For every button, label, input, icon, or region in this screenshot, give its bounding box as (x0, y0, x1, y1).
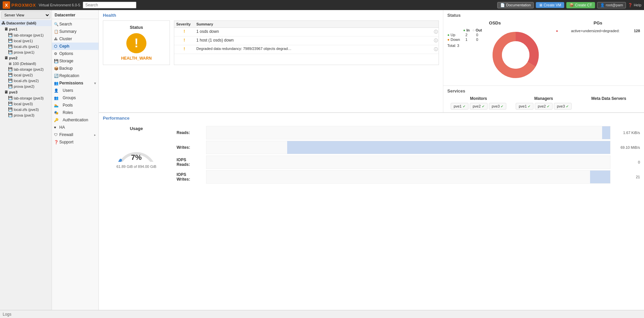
storage-nav-icon: 💾 (54, 59, 59, 63)
nav-cluster[interactable]: 🖧 Cluster (52, 35, 99, 43)
options-nav-icon: ⚙ (54, 52, 57, 56)
tree-storage-pve2[interactable]: 💾 lab-storage (pve2) (0, 66, 52, 72)
services-title: Services (447, 88, 640, 93)
nav-users[interactable]: 👤 Users (52, 87, 99, 94)
storage-icon: 💾 (8, 67, 13, 71)
firewall-expand-icon: ▸ (94, 133, 96, 137)
nav-authentication[interactable]: 🔑 Authentication (52, 116, 99, 124)
auth-nav-icon: 🔑 (54, 118, 59, 122)
tree-local-zfs-pve1[interactable]: 💾 local-zfs (pve1) (0, 44, 52, 49)
nav-ha[interactable]: ♥ HA (52, 124, 99, 131)
ha-nav-icon: ♥ (54, 125, 56, 129)
documentation-button[interactable]: 📄 Documentation (497, 2, 534, 8)
sev-summary-1: 1 osds down (194, 28, 432, 36)
tree-vm-100[interactable]: 🖥 100 (Debian8) (0, 61, 52, 66)
tree-prova-pve3[interactable]: 💾 prova (pve3) (0, 112, 52, 118)
writes-label: Writes: (177, 145, 203, 150)
sev-info-btn-2[interactable]: ⓘ (432, 37, 439, 45)
sev-row-2[interactable]: ! 1 host (1 osds) down ⓘ (174, 37, 439, 45)
create-ct-button[interactable]: 📦 Create CT (566, 2, 595, 8)
tree-prova-pve2[interactable]: 💾 prova (pve2) (0, 83, 52, 89)
support-nav-icon: ❓ (54, 140, 59, 144)
nav-support[interactable]: ❓ Support (52, 138, 99, 146)
writes-chart (206, 141, 610, 154)
reads-value: 1.67 KiB/s (613, 131, 640, 135)
right-status-panel: Status OSDs ● In ○ Out (443, 10, 644, 112)
sum-col-header: Summary (194, 21, 432, 27)
iops-reads-row: IOPSReads: 0 (177, 155, 640, 169)
monitors-group: Monitors pve1 ✔ pve2 ✔ (447, 96, 510, 110)
nav-pools[interactable]: 🏊 Pools (52, 102, 99, 109)
server-view-select[interactable]: Server View (1, 11, 50, 19)
nav-firewall[interactable]: 🛡 Firewall ▸ (52, 131, 99, 138)
svg-point-5 (502, 41, 529, 69)
cluster-nav-icon: 🖧 (54, 37, 58, 41)
iops-reads-value: 0 (613, 160, 640, 164)
osds-title: OSDs (447, 20, 542, 25)
tree-local-pve1[interactable]: 💾 local (pve1) (0, 38, 52, 44)
tree-prova-pve1[interactable]: 💾 prova (pve1) (0, 49, 52, 55)
check-icon: ✔ (566, 105, 569, 108)
nav-replication[interactable]: 🔄 Replication (52, 72, 99, 79)
usage-percent: 7% (131, 153, 142, 162)
nav-groups[interactable]: 👥 Groups (52, 94, 99, 102)
storage-icon: 💾 (8, 73, 13, 77)
ceph-nav-icon: ⬡ (54, 44, 57, 49)
check-icon: ✔ (528, 105, 530, 108)
datacenter-nav-title: Datacenter (52, 11, 99, 19)
nav-backup[interactable]: 📦 Backup (52, 65, 99, 72)
nav-roles[interactable]: 🎭 Roles (52, 109, 99, 116)
pg-row-1: ● active+undersized+degraded: 128 (556, 28, 640, 34)
nav-ceph[interactable]: ⬡ Ceph (52, 43, 99, 50)
logs-bar[interactable]: Logs (0, 310, 644, 318)
sev-row-1[interactable]: ! 1 osds down ⓘ (174, 28, 439, 37)
nav-summary[interactable]: 📋 Summary (52, 28, 99, 35)
node-icon: 🖥 (4, 56, 8, 60)
tree-storage-pve3[interactable]: 💾 lab-storage (pve3) (0, 95, 52, 101)
tree-local-pve3[interactable]: 💾 local (pve3) (0, 101, 52, 107)
right-status: Status OSDs ● In ○ Out (443, 10, 644, 86)
manager-badge-pve2: pve2 ✔ (535, 103, 553, 110)
vm-icon: 🖥 (539, 3, 542, 7)
sev-info-btn-3[interactable]: ⓘ (432, 45, 439, 54)
tree-local-zfs-pve2[interactable]: 💾 local-zfs (pve2) (0, 78, 52, 83)
tree-datacenter[interactable]: 🖧 Datacenter (lab6) (0, 20, 52, 26)
managers-group: Managers pve1 ✔ pve2 ✔ (512, 96, 575, 110)
user-menu-button[interactable]: 👤 root@pam (597, 2, 626, 8)
sev-info-btn-1[interactable]: ⓘ (432, 28, 439, 36)
monitors-title: Monitors (447, 96, 510, 101)
status-label: HEALTH_WARN (121, 56, 151, 61)
iops-writes-chart (206, 170, 610, 184)
status-card-title: Status (130, 25, 143, 30)
groups-nav-icon: 👥 (54, 96, 59, 100)
osd-donut-chart (489, 28, 542, 83)
storage-icon: 💾 (8, 39, 13, 43)
help-button[interactable]: ❓ Help (628, 3, 641, 7)
mds-title: Meta Data Servers (578, 96, 640, 101)
tree-node-pve2[interactable]: 🖥 pve2 (0, 55, 52, 61)
nav-options[interactable]: ⚙ Options (52, 50, 99, 57)
tree-local-pve2[interactable]: 💾 local (pve2) (0, 72, 52, 78)
usage-gauge: 7% (113, 135, 160, 162)
mds-group: Meta Data Servers (578, 96, 640, 110)
create-vm-button[interactable]: 🖥 Create VM (536, 2, 564, 8)
logo-text: PROXMOX (11, 3, 36, 8)
nav-search[interactable]: 🔍 Search (52, 20, 99, 28)
tree-node-pve3[interactable]: 🖥 pve3 (0, 89, 52, 95)
tree-node-pve1[interactable]: 🖥 pve1 (0, 26, 52, 32)
search-input[interactable] (83, 2, 136, 8)
nav-permissions[interactable]: 👥 Permissions ▾ (52, 79, 99, 87)
osd-out-header: ○ Out (472, 28, 482, 32)
check-icon: ✔ (482, 105, 485, 108)
performance-title: Performance (103, 116, 640, 121)
sev-summary-3: Degraded data redundancy: 7989/23967 obj… (194, 45, 295, 54)
tree-local-zfs-pve3[interactable]: 💾 local-zfs (pve3) (0, 107, 52, 112)
usage-panel: Usage 7% 61.89 GiB of 894.00 GiB (103, 126, 170, 184)
tree-storage-pve1[interactable]: 💾 lab-storage (pve1) (0, 32, 52, 38)
datacenter-nav: Datacenter 🔍 Search 📋 Summary 🖧 Cluster … (52, 10, 99, 310)
sev-row-3[interactable]: ! Degraded data redundancy: 7989/23967 o… (174, 45, 439, 54)
status-card: Status ! HEALTH_WARN (103, 20, 170, 65)
performance-section: Performance Usage 7% 61. (99, 113, 644, 310)
monitors-badges: pve1 ✔ pve2 ✔ pve3 ✔ (447, 103, 510, 110)
nav-storage[interactable]: 💾 Storage (52, 57, 99, 65)
